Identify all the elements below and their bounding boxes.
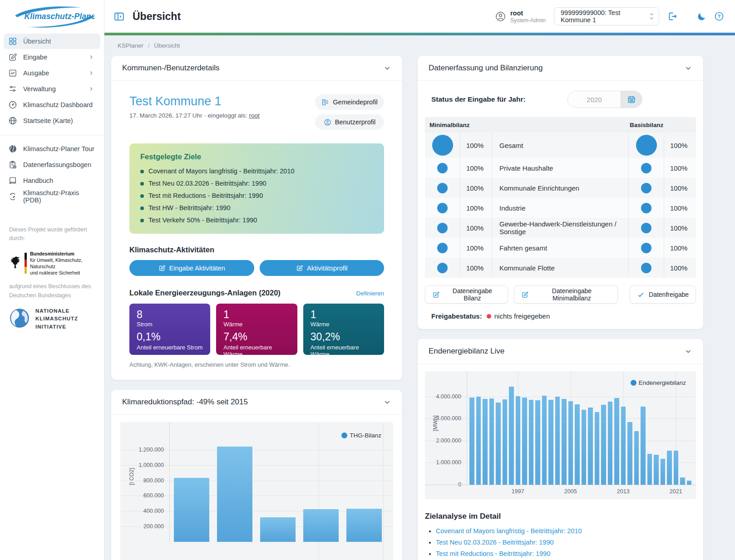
sidebar-item-handbuch[interactable]: Handbuch: [4, 173, 100, 188]
sidebar-item-datenerfassungsbogen[interactable]: Datenerfassungsbogen: [4, 157, 100, 172]
table-row: 100%Gewerbe-Handwerk-Dienstleistungen / …: [425, 218, 696, 238]
goals-box: Festgelegte Ziele Covenant of Mayors lan…: [129, 143, 384, 234]
basisbilanz-percent: 100%: [664, 238, 696, 258]
table-row: 100%Kommunale Einrichtungen100%: [425, 178, 696, 198]
analysis-link[interactable]: Test mit Reductions - Beitrittsjahr: 199…: [436, 550, 550, 557]
energy-balance-panel: Endenergiebilanz Live 01.000.0002.000.00…: [418, 339, 703, 560]
bar: [595, 412, 600, 485]
sidebar-item-label: Verwaltung: [23, 85, 56, 93]
sidebar-item-eingabe[interactable]: Eingabe: [4, 49, 100, 65]
sidebar-item-übersicht[interactable]: Übersicht: [4, 34, 100, 49]
table-row: 100%Fahrten gesamt100%: [425, 238, 696, 258]
x-axis-line: [425, 485, 696, 485]
sidebar-item-label: Klimaschutz-Planer Tour: [23, 145, 94, 152]
data-collapse-chevron-icon[interactable]: [684, 64, 692, 72]
bar: [346, 509, 382, 542]
topbar: Übersicht root System-Admin 999999999000…: [104, 0, 735, 33]
dateneingabe-minimalbilanz-button[interactable]: Dateneingabe Minimalbilanz: [514, 285, 618, 304]
edit-square-icon: [8, 53, 17, 62]
year-status-label: Status der Eingabe für Jahr:: [431, 95, 526, 103]
funding-note-text: aufgrund eines Beschlusses des Deutschen…: [9, 282, 95, 300]
sidebar-item-klimaschutz-praxis-pdb[interactable]: Klimaschutz-Praxis (PDB): [4, 189, 100, 204]
energy-collapse-chevron-icon[interactable]: [684, 347, 692, 355]
sidebar-funding-block: Dieses Projekt wurde gefördert durch: Bu…: [0, 226, 104, 331]
dateneingabe-bilanz-button[interactable]: Dateneingabe Bilanz: [425, 285, 508, 304]
reduction-panel-title: Klimareduktionspfad: -49% seit 2015: [122, 398, 248, 407]
logout-icon[interactable]: [667, 11, 678, 22]
datenfreigabe-button[interactable]: Datenfreigabe: [630, 285, 696, 304]
sidebar-item-label: Ausgabe: [23, 69, 49, 77]
sidebar-item-label: Startseite (Karte): [23, 117, 73, 124]
bar: [582, 410, 587, 485]
kommune-select[interactable]: 999999999000: Test Kommune 1: [554, 7, 659, 25]
app-logo[interactable]: Klimaschutz-Planer: [0, 0, 104, 34]
sidebar-item-startseite-karte[interactable]: Startseite (Karte): [4, 113, 100, 128]
user-menu[interactable]: root System-Admin: [495, 10, 546, 24]
basisbilanz-status-circle: [629, 133, 664, 158]
bar: [555, 397, 560, 485]
sidebar-item-klimaschutz-planer-tour[interactable]: Klimaschutz-Planer Tour: [4, 141, 100, 157]
bar: [529, 400, 534, 485]
gemeindeprofil-button[interactable]: Gemeindeprofil: [315, 94, 384, 110]
year-input[interactable]: [568, 91, 621, 108]
breadcrumb-root[interactable]: KSPlaner: [118, 42, 143, 49]
energy-plants-title: Lokale Energieerzeugungs-Anlagen (2020): [129, 289, 281, 297]
sidebar-collapse-icon[interactable]: [113, 11, 125, 22]
basisbilanz-percent: 100%: [664, 158, 696, 178]
breadcrumb-current: Übersicht: [154, 42, 180, 49]
sidebar-item-klimaschutz-dashboard[interactable]: Klimaschutz Dashboard: [4, 97, 100, 113]
analysis-link[interactable]: Test Neu 02.03.2026 - Beitrittsjahr: 199…: [436, 539, 554, 546]
energy-card-cnt: 1: [311, 309, 377, 320]
chevron-right-icon: [87, 86, 96, 92]
nki-logo: NATIONALEKLIMASCHUTZINITIATIVE: [9, 307, 95, 331]
calendar-button[interactable]: [621, 91, 642, 108]
minimalbilanz-status-circle: [425, 238, 460, 258]
chevron-right-icon: [87, 70, 96, 76]
content-area: KSPlaner / Übersicht Kommunen-/Benutzerd…: [104, 35, 735, 560]
help-icon[interactable]: ?: [714, 11, 724, 21]
basisbilanz-percent: 100%: [664, 133, 696, 158]
x-tick-label: 2021: [670, 488, 682, 495]
energy-card-lbl: Anteil erneuerbare Strom: [137, 344, 203, 351]
definieren-link[interactable]: Definieren: [356, 290, 384, 297]
reduction-collapse-chevron-icon[interactable]: [383, 398, 391, 406]
legend-label: THG-Bilanz: [350, 432, 381, 439]
bar: [680, 477, 685, 485]
bar: [647, 454, 652, 485]
legend-dot-icon: [341, 432, 347, 438]
minimalbilanz-percent: 100%: [460, 133, 492, 158]
y-axis-title: [t CO2]: [128, 468, 135, 485]
dark-mode-icon[interactable]: [697, 12, 706, 21]
status-dot-red-icon: [487, 314, 491, 319]
analysis-title: Zielanalyse im Detail: [425, 512, 696, 521]
german-flag-bar: [25, 253, 27, 274]
sector-label: Industrie: [492, 198, 629, 218]
edit-icon: [296, 265, 303, 272]
sidebar-item-ausgabe[interactable]: Ausgabe: [4, 65, 100, 81]
bar: [588, 408, 593, 485]
bar: [667, 451, 672, 485]
analysis-link[interactable]: Covenant of Mayors langfristig - Beitrit…: [436, 527, 582, 535]
bar: [522, 398, 527, 485]
aktivitaetsprofil-button[interactable]: Aktivitätsprofil: [260, 260, 385, 276]
x-tick-label: 2005: [564, 488, 577, 495]
sidebar-item-verwaltung[interactable]: Verwaltung: [4, 81, 100, 97]
root-user-link[interactable]: root: [249, 112, 259, 119]
benutzerprofil-button[interactable]: Benutzerprofil: [315, 114, 384, 130]
sector-label: Gewerbe-Handwerk-Dienstleistungen / Sons…: [492, 218, 629, 238]
energy-card-typ: Wärme: [223, 321, 290, 328]
main-area: Übersicht root System-Admin 999999999000…: [104, 0, 735, 560]
y-tick-label: 3.000.000: [425, 415, 461, 422]
eingabe-aktivitaeten-button[interactable]: Eingabe Aktivitäten: [129, 260, 254, 276]
goals-title: Festgelegte Ziele: [140, 152, 373, 161]
chart-legend: THG-Bilanz: [341, 432, 381, 439]
select-chevrons-icon: [648, 11, 655, 21]
bar: [174, 478, 209, 542]
minimalbilanz-status-circle: [425, 198, 460, 218]
globe-solid-icon: [8, 144, 17, 153]
svg-text:?: ?: [718, 14, 720, 19]
y-tick-label: 1.000.000: [120, 462, 164, 468]
details-collapse-chevron-icon[interactable]: [383, 64, 391, 72]
goal-item: Test HW - Beitrittsjahr: 1990: [140, 204, 373, 211]
sector-label: Kommunale Flotte: [492, 258, 629, 278]
